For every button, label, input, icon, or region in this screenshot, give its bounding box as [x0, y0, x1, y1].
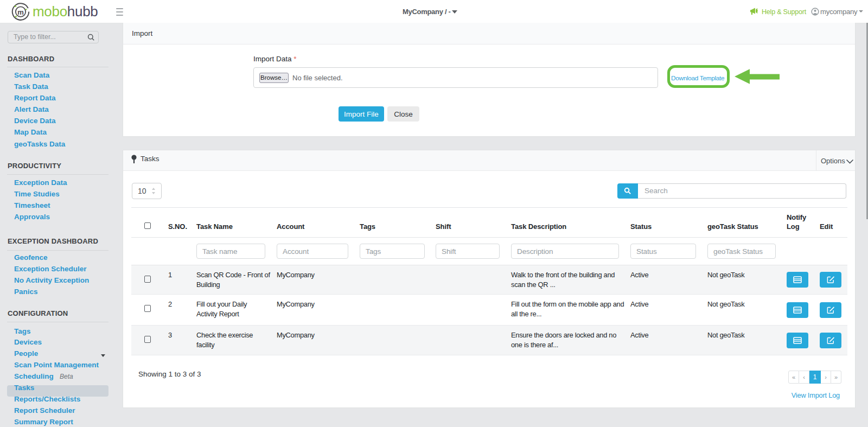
svg-text:m: m: [17, 8, 24, 16]
